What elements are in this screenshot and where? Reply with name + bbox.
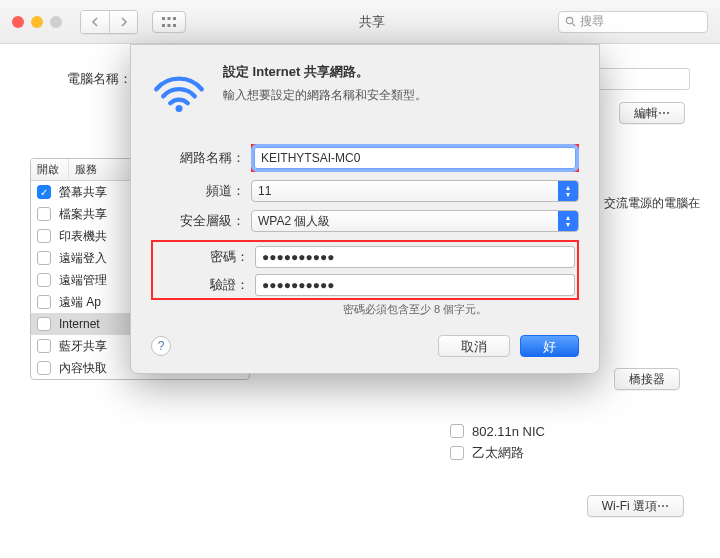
zoom-window-button[interactable]	[50, 16, 62, 28]
list-item[interactable]: 乙太網路	[450, 442, 690, 464]
svg-point-8	[176, 105, 183, 112]
show-all-button[interactable]	[152, 11, 186, 33]
password-hint: 密碼必須包含至少 8 個字元。	[251, 302, 579, 317]
search-placeholder: 搜尋	[580, 13, 604, 30]
sheet-form: 網路名稱： KEITHYTSAI-MC0 頻道： 11 安全層級： WPA2 個…	[151, 144, 579, 317]
back-button[interactable]	[81, 11, 109, 33]
service-label: 遠端 Ap	[59, 294, 101, 311]
header-on: 開啟	[31, 159, 69, 180]
wifi-icon	[151, 63, 207, 122]
port-label: 802.11n NIC	[472, 424, 545, 439]
label-channel: 頻道：	[151, 182, 251, 200]
service-label: 檔案共享	[59, 206, 107, 223]
service-checkbox[interactable]	[37, 251, 51, 265]
service-checkbox[interactable]	[37, 317, 51, 331]
side-note: 交流電源的電腦在	[604, 195, 700, 212]
port-list: 802.11n NIC 乙太網路	[450, 420, 690, 464]
svg-line-7	[572, 23, 575, 26]
bridge-button[interactable]: 橋接器	[614, 368, 680, 390]
label-security: 安全層級：	[151, 212, 251, 230]
window-title: 共享	[194, 13, 550, 31]
svg-point-6	[566, 17, 572, 23]
checkbox[interactable]	[450, 446, 464, 460]
titlebar: 共享 搜尋	[0, 0, 720, 44]
service-checkbox[interactable]	[37, 361, 51, 375]
svg-rect-5	[173, 24, 176, 27]
internet-sharing-sheet: 設定 Internet 共享網路。 輸入想要設定的網路名稱和安全類型。 網路名稱…	[130, 44, 600, 374]
chevron-updown-icon	[558, 181, 578, 201]
service-label: 螢幕共享	[59, 184, 107, 201]
edit-button[interactable]: 編輯⋯	[619, 102, 685, 124]
traffic-lights	[12, 16, 62, 28]
cancel-button[interactable]: 取消	[438, 335, 510, 357]
svg-rect-2	[173, 17, 176, 20]
label-password: 密碼：	[155, 248, 255, 266]
close-window-button[interactable]	[12, 16, 24, 28]
service-checkbox[interactable]	[37, 229, 51, 243]
network-name-input[interactable]: KEITHYTSAI-MC0	[254, 147, 576, 169]
service-checkbox[interactable]	[37, 207, 51, 221]
security-select[interactable]: WPA2 個人級	[251, 210, 579, 232]
service-checkbox[interactable]	[37, 339, 51, 353]
service-label: 印表機共	[59, 228, 107, 245]
label-verify: 驗證：	[155, 276, 255, 294]
minimize-window-button[interactable]	[31, 16, 43, 28]
service-label: 藍牙共享	[59, 338, 107, 355]
wifi-options-button[interactable]: Wi-Fi 選項⋯	[587, 495, 684, 517]
port-label: 乙太網路	[472, 444, 524, 462]
service-label: 遠端登入	[59, 250, 107, 267]
service-checkbox[interactable]	[37, 273, 51, 287]
verify-input[interactable]: ●●●●●●●●●●	[255, 274, 575, 296]
service-label: 遠端管理	[59, 272, 107, 289]
checkbox[interactable]	[450, 424, 464, 438]
chevron-updown-icon	[558, 211, 578, 231]
svg-rect-3	[162, 24, 165, 27]
svg-rect-1	[168, 17, 171, 20]
service-label: Internet	[59, 317, 100, 331]
sheet-title: 設定 Internet 共享網路。	[223, 63, 427, 81]
service-label: 內容快取	[59, 360, 107, 377]
forward-button[interactable]	[109, 11, 137, 33]
label-network-name: 網路名稱：	[151, 149, 251, 167]
svg-rect-4	[168, 24, 171, 27]
nav-buttons	[80, 10, 138, 34]
help-button[interactable]: ?	[151, 336, 171, 356]
search-icon	[565, 16, 576, 27]
service-checkbox[interactable]	[37, 295, 51, 309]
list-item[interactable]: 802.11n NIC	[450, 420, 690, 442]
computer-name-label: 電腦名稱：	[30, 70, 132, 88]
search-input[interactable]: 搜尋	[558, 11, 708, 33]
ok-button[interactable]: 好	[520, 335, 579, 357]
channel-select[interactable]: 11	[251, 180, 579, 202]
svg-rect-0	[162, 17, 165, 20]
service-checkbox[interactable]	[37, 185, 51, 199]
sheet-subtitle: 輸入想要設定的網路名稱和安全類型。	[223, 87, 427, 104]
password-input[interactable]: ●●●●●●●●●●	[255, 246, 575, 268]
